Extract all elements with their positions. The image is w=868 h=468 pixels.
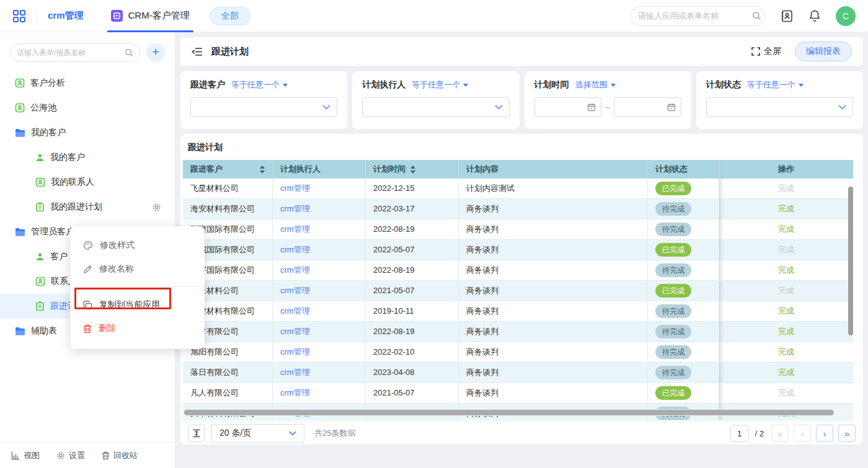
cell-executor-link[interactable]: crm管理 bbox=[273, 199, 366, 219]
sidebar-group-my-customers[interactable]: 我的客户 bbox=[0, 120, 175, 145]
table-row: 璀璨国际有限公司 crm管理 2022-08-19 商务谈判 待完成 完成 bbox=[183, 219, 853, 240]
status-badge: 待完成 bbox=[655, 304, 691, 318]
action-link[interactable]: 完成 bbox=[778, 260, 794, 280]
tab-crm-customer-management[interactable]: CRM-客户管理 bbox=[111, 0, 190, 32]
trash-icon bbox=[83, 324, 92, 333]
action-link: 完成 bbox=[778, 240, 794, 260]
sort-icon[interactable] bbox=[410, 166, 415, 174]
date-end-input[interactable] bbox=[614, 97, 681, 117]
horizontal-scrollbar-thumb[interactable] bbox=[184, 410, 834, 415]
sidebar-item-public-pool[interactable]: 公海池 bbox=[0, 95, 175, 120]
cell-executor-link[interactable]: crm管理 bbox=[273, 363, 366, 383]
cell-executor-link[interactable]: crm管理 bbox=[273, 301, 366, 322]
global-search-input[interactable] bbox=[638, 11, 747, 20]
sidebar-item-customer-analysis[interactable]: 客户分析 bbox=[0, 71, 175, 95]
action-link[interactable]: 完成 bbox=[778, 363, 794, 382]
settings-button[interactable]: 设置 bbox=[56, 450, 85, 461]
app-name-link[interactable]: crm管理 bbox=[48, 10, 84, 22]
cell-executor-link[interactable]: crm管理 bbox=[273, 260, 366, 281]
column-header[interactable]: 计划时间 bbox=[366, 160, 459, 179]
add-form-button[interactable]: + bbox=[146, 43, 165, 62]
collapse-sidebar-icon[interactable] bbox=[192, 47, 203, 56]
action-link[interactable]: 完成 bbox=[778, 322, 794, 342]
fullscreen-button[interactable]: 全屏 bbox=[751, 46, 781, 57]
apps-grid-icon[interactable] bbox=[12, 9, 26, 23]
filter-select[interactable] bbox=[706, 97, 853, 117]
cell-executor-link[interactable]: crm管理 bbox=[273, 383, 366, 404]
cell-executor-link[interactable]: crm管理 bbox=[273, 240, 366, 260]
filter-bar: 跟进客户 等于任意一个 计划执行人 等于任意一个 计划时间 选择范围 bbox=[180, 71, 863, 129]
cell-date: 2022-08-19 bbox=[366, 219, 459, 240]
menu-item-edit-style[interactable]: 修改样式 bbox=[70, 234, 205, 257]
menu-item-copy-to-current-app[interactable]: 复制到当前应用 bbox=[70, 293, 205, 317]
cell-executor-link[interactable]: crm管理 bbox=[273, 219, 366, 240]
menu-item-rename[interactable]: 修改名称 bbox=[70, 257, 205, 281]
filter-operator[interactable]: 等于任意一个 bbox=[412, 79, 468, 91]
chevron-down-icon bbox=[495, 105, 503, 110]
filter-operator[interactable]: 选择范围 bbox=[575, 79, 616, 91]
sort-icon[interactable] bbox=[260, 166, 265, 174]
cell-executor-link[interactable]: crm管理 bbox=[273, 281, 366, 301]
scope-all-pill[interactable]: 全部 bbox=[210, 7, 250, 25]
status-badge: 待完成 bbox=[655, 345, 691, 359]
menu-item-delete[interactable]: 删除 bbox=[70, 317, 205, 340]
cell-executor-link[interactable]: crm管理 bbox=[273, 322, 366, 342]
sidebar-item-label: 我的联系人 bbox=[51, 177, 94, 188]
edit-report-button[interactable]: 编辑报表 bbox=[795, 42, 852, 61]
filter-operator[interactable]: 等于任意一个 bbox=[747, 79, 804, 91]
action-link: 完成 bbox=[778, 383, 794, 403]
sidebar-item-my-contacts[interactable]: 我的联系人 bbox=[0, 170, 175, 195]
form-report-icon bbox=[15, 78, 25, 88]
action-link[interactable]: 完成 bbox=[778, 219, 794, 239]
last-page-button[interactable]: » bbox=[838, 425, 856, 442]
row-height-button[interactable] bbox=[188, 425, 205, 442]
form-app-icon bbox=[111, 10, 123, 22]
sidebar-item-label: 公海池 bbox=[30, 102, 56, 113]
filter-select[interactable] bbox=[190, 97, 337, 117]
global-search[interactable] bbox=[630, 6, 765, 26]
cell-action: 完成 bbox=[719, 179, 853, 199]
views-button[interactable]: 视图 bbox=[11, 450, 40, 461]
page-size-select[interactable]: 20 条/页 bbox=[211, 424, 304, 443]
cell-content: 商务谈判 bbox=[459, 260, 648, 281]
sidebar-search-input[interactable] bbox=[17, 48, 121, 57]
action-link[interactable]: 完成 bbox=[778, 342, 794, 362]
table-row: 寰宇国际有限公司 crm管理 2022-08-19 商务谈判 待完成 完成 bbox=[183, 260, 853, 281]
cell-executor-link[interactable]: crm管理 bbox=[273, 342, 366, 363]
sidebar-item-my-follow-plan[interactable]: 我的跟进计划 bbox=[0, 195, 175, 219]
search-icon[interactable] bbox=[752, 11, 761, 20]
filter-select[interactable] bbox=[362, 97, 509, 117]
filter-operator[interactable]: 等于任意一个 bbox=[231, 79, 288, 91]
cell-action: 完成 bbox=[719, 240, 853, 260]
status-badge: 已完成 bbox=[655, 284, 691, 298]
cell-status: 待完成 bbox=[648, 301, 719, 322]
action-link: 完成 bbox=[778, 179, 794, 198]
tab-label: CRM-客户管理 bbox=[128, 10, 190, 22]
user-avatar[interactable]: C bbox=[836, 6, 856, 26]
gear-icon[interactable] bbox=[152, 203, 161, 212]
filter-follow-customer: 跟进客户 等于任意一个 bbox=[180, 71, 347, 129]
calendar-icon bbox=[667, 103, 676, 112]
vertical-scrollbar-thumb[interactable] bbox=[848, 187, 853, 335]
page-number-input[interactable] bbox=[730, 425, 749, 442]
sidebar-item-label: 辅助表 bbox=[31, 325, 57, 337]
horizontal-scrollbar[interactable] bbox=[183, 409, 853, 416]
cell-executor-link[interactable]: crm管理 bbox=[273, 179, 366, 199]
search-icon[interactable] bbox=[125, 48, 133, 57]
action-link[interactable]: 完成 bbox=[778, 301, 794, 321]
chevron-down-icon bbox=[322, 105, 330, 110]
fullscreen-label: 全屏 bbox=[764, 46, 781, 57]
filter-label: 计划状态 bbox=[706, 79, 741, 91]
column-header[interactable]: 跟进客户 bbox=[183, 160, 273, 179]
sidebar-search[interactable] bbox=[10, 43, 140, 62]
vertical-scrollbar[interactable] bbox=[848, 187, 853, 419]
address-book-icon[interactable] bbox=[780, 9, 794, 23]
sidebar-item-my-customers[interactable]: 我的客户 bbox=[0, 145, 175, 170]
date-start-input[interactable] bbox=[534, 97, 602, 117]
status-badge: 已完成 bbox=[655, 386, 691, 400]
action-link[interactable]: 完成 bbox=[778, 199, 794, 219]
bell-icon[interactable] bbox=[808, 9, 821, 22]
caret-down-icon bbox=[799, 84, 804, 87]
next-page-button[interactable]: › bbox=[816, 425, 833, 442]
recycle-bin-button[interactable]: 回收站 bbox=[102, 450, 138, 461]
